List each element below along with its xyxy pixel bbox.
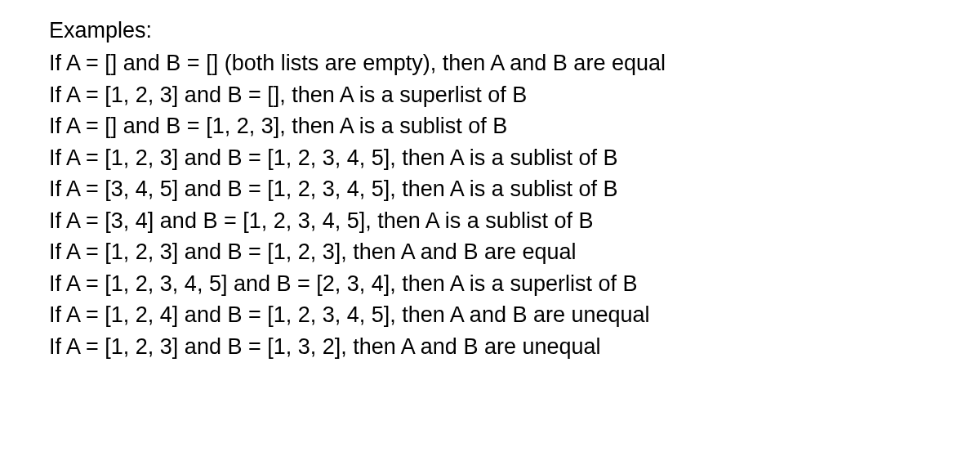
example-line: If A = [1, 2, 3] and B = [1, 2, 3], then… xyxy=(49,236,980,267)
example-line: If A = [1, 2, 3, 4, 5] and B = [2, 3, 4]… xyxy=(49,268,980,299)
examples-heading: Examples: xyxy=(49,15,980,46)
example-line: If A = [] and B = [] (both lists are emp… xyxy=(49,47,980,78)
example-line: If A = [1, 2, 4] and B = [1, 2, 3, 4, 5]… xyxy=(49,299,980,330)
example-line: If A = [1, 2, 3] and B = [], then A is a… xyxy=(49,79,980,110)
example-line: If A = [3, 4] and B = [1, 2, 3, 4, 5], t… xyxy=(49,205,980,236)
example-line: If A = [] and B = [1, 2, 3], then A is a… xyxy=(49,110,980,141)
example-line: If A = [3, 4, 5] and B = [1, 2, 3, 4, 5]… xyxy=(49,173,980,204)
example-line: If A = [1, 2, 3] and B = [1, 3, 2], then… xyxy=(49,331,980,362)
example-line: If A = [1, 2, 3] and B = [1, 2, 3, 4, 5]… xyxy=(49,142,980,173)
